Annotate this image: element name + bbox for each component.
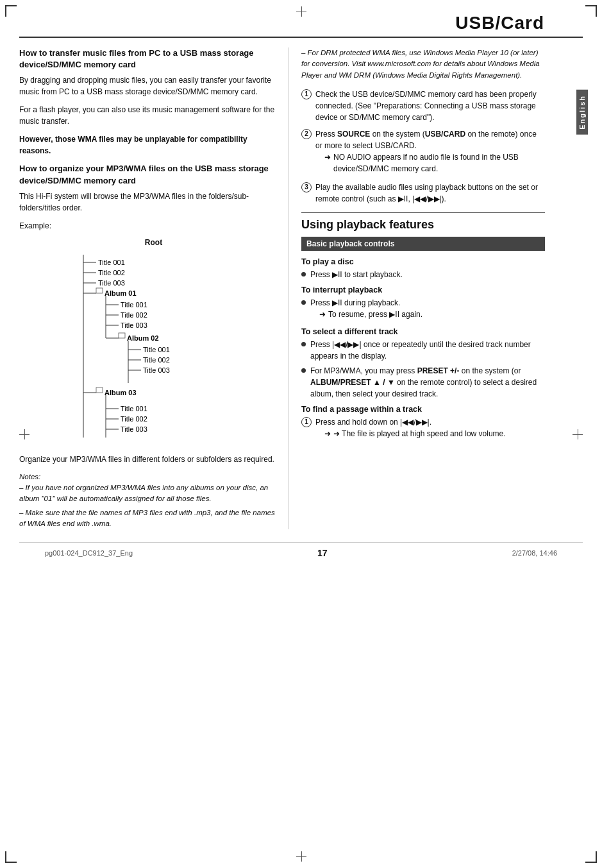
tree-diagram: Root Title 001 Title 002 Title 003 Album…: [32, 238, 275, 447]
svg-rect-8: [96, 288, 103, 293]
step-3-num: 3: [301, 182, 312, 192]
crosshair-mid-left: [19, 429, 29, 439]
interrupt-arrow-text: To resume, press ▶II again.: [328, 309, 422, 320]
find-passage-num: 1: [301, 417, 312, 427]
drm-note: – For DRM protected WMA files, use Windo…: [301, 47, 545, 81]
main-content: How to transfer music files from PC to a…: [19, 38, 583, 529]
section-transfer-body3: However, those WMA files may be unplayab…: [19, 133, 275, 157]
interrupt-text: Press ▶II during playback.: [310, 298, 400, 307]
section-organize-heading: How to organize your MP3/WMA files on th…: [19, 163, 275, 186]
interrupt-content: Press ▶II during playback. ➜ To resume, …: [310, 297, 422, 322]
left-column: How to transfer music files from PC to a…: [19, 47, 288, 529]
corner-mark-tl: [5, 5, 17, 17]
right-column: – For DRM protected WMA files, use Windo…: [288, 47, 577, 529]
steps-list: 1 Check the USB device/SD/MMC memory car…: [301, 89, 545, 205]
section-transfer: How to transfer music files from PC to a…: [19, 47, 275, 157]
different-track-section: To select a different track Press |◀◀/▶▶…: [301, 327, 545, 400]
step-2-content: Press SOURCE on the system (USB/CARD on …: [315, 128, 545, 176]
bullet-dot-3: [301, 342, 306, 346]
page-header: USB/Card: [19, 0, 583, 38]
bullet-dot: [301, 272, 306, 277]
svg-text:Title 003: Title 003: [143, 366, 170, 374]
interrupt-bullet: Press ▶II during playback. ➜ To resume, …: [301, 297, 545, 322]
controls-bar: Basic playback controls: [301, 237, 545, 251]
svg-text:Title 001: Title 001: [143, 346, 170, 353]
note-item-2: – Make sure that the file names of MP3 f…: [19, 507, 275, 530]
track-text-2: For MP3/WMA, you may press PRESET +/- on…: [310, 365, 545, 400]
step-2-arrow-text: NO AUDIO appears if no audio file is fou…: [333, 151, 545, 174]
play-disc-section: To play a disc Press ▶II to start playba…: [301, 257, 545, 280]
track-bullet-2: For MP3/WMA, you may press PRESET +/- on…: [301, 365, 545, 400]
find-passage-content: Press and hold down on |◀◀/▶▶|. ➜ ➜ The …: [315, 416, 506, 441]
playback-main-heading: Using playback features: [301, 218, 545, 232]
play-disc-heading: To play a disc: [301, 257, 545, 266]
crosshair-top: [296, 6, 306, 17]
interrupt-heading: To interrupt playback: [301, 285, 545, 294]
sidebar-language-label: English: [576, 90, 588, 135]
tree-svg: Title 001 Title 002 Title 003 Album 01 T…: [45, 248, 263, 447]
page-title: USB/Card: [455, 13, 544, 33]
step-3-text: Play the available audio files using pla…: [315, 182, 545, 205]
svg-text:Title 003: Title 003: [121, 425, 147, 433]
organize-text: Organize your MP3/WMA files in different…: [19, 454, 275, 465]
step-1: 1 Check the USB device/SD/MMC memory car…: [301, 89, 545, 123]
svg-rect-28: [96, 387, 103, 393]
svg-text:Title 003: Title 003: [121, 321, 147, 329]
step-2-num: 2: [301, 129, 312, 139]
step-1-num: 1: [301, 89, 312, 99]
section-organize-body1: This Hi-Fi system will browse the MP3/WM…: [19, 191, 275, 214]
playback-section: Using playback features Basic playback c…: [301, 218, 545, 441]
find-passage-heading: To find a passage within a track: [301, 405, 545, 414]
notes-heading: Notes:: [19, 472, 275, 482]
find-passage-section: To find a passage within a track 1 Press…: [301, 405, 545, 441]
play-disc-bullet: Press ▶II to start playback.: [301, 269, 545, 280]
corner-mark-br: [585, 851, 597, 863]
svg-rect-18: [119, 333, 125, 338]
svg-text:Title 002: Title 002: [121, 311, 147, 319]
find-passage-text: Press and hold down on |◀◀/▶▶|.: [315, 418, 431, 427]
step-2-wrap: 2 Press SOURCE on the system (USB/CARD o…: [301, 128, 545, 176]
corner-mark-bl: [5, 851, 17, 863]
step-2-text: Press SOURCE on the system (USB/CARD on …: [315, 130, 537, 150]
play-disc-text: Press ▶II to start playback.: [310, 269, 403, 280]
track-bullet-1: Press |◀◀/▶▶| once or repeatedly until t…: [301, 339, 545, 362]
find-passage-arrow: ➜ ➜ The file is played at high speed and…: [324, 428, 506, 439]
interrupt-section: To interrupt playback Press ▶II during p…: [301, 285, 545, 322]
svg-text:Title 001: Title 001: [98, 259, 125, 266]
svg-text:Title 002: Title 002: [121, 415, 147, 423]
svg-text:Title 002: Title 002: [98, 269, 125, 277]
step-2-arrow: ➜ NO AUDIO appears if no audio file is f…: [324, 151, 545, 174]
svg-text:Title 001: Title 001: [121, 301, 147, 309]
crosshair-mid-right: [573, 429, 583, 439]
svg-text:Title 001: Title 001: [121, 405, 147, 413]
interrupt-arrow: ➜ To resume, press ▶II again.: [319, 309, 422, 320]
svg-text:Title 003: Title 003: [98, 279, 125, 287]
footer-left: pg001-024_DC912_37_Eng: [45, 549, 133, 557]
bullet-dot-2: [301, 300, 306, 305]
find-passage-item: 1 Press and hold down on |◀◀/▶▶|. ➜ ➜ Th…: [301, 416, 545, 441]
footer-right: 2/27/08, 14:46: [512, 549, 557, 557]
section-organize-example: Example:: [19, 220, 275, 232]
section-transfer-body1: By dragging and dropping music files, yo…: [19, 74, 275, 98]
section-organize: How to organize your MP3/WMA files on th…: [19, 163, 275, 231]
section-transfer-heading: How to transfer music files from PC to a…: [19, 47, 275, 71]
note-item-1: – If you have not organized MP3/WMA file…: [19, 482, 275, 505]
track-text-1: Press |◀◀/▶▶| once or repeatedly until t…: [310, 339, 545, 362]
different-track-heading: To select a different track: [301, 327, 545, 336]
bullet-dot-4: [301, 368, 306, 373]
svg-text:Album 01: Album 01: [105, 289, 137, 297]
section-transfer-body2: For a flash player, you can also use its…: [19, 104, 275, 127]
find-passage-arrow-text: ➜ The file is played at high speed and l…: [333, 428, 506, 439]
page-number: 17: [317, 548, 328, 558]
svg-text:Title 002: Title 002: [143, 356, 170, 364]
corner-mark-tr: [585, 5, 597, 17]
step-3: 3 Play the available audio files using p…: [301, 182, 545, 205]
section-divider: [301, 212, 545, 213]
tree-root: Root: [32, 238, 275, 247]
svg-text:Album 03: Album 03: [105, 389, 137, 396]
page-footer: pg001-024_DC912_37_Eng 17 2/27/08, 14:46: [19, 542, 583, 563]
svg-text:Album 02: Album 02: [127, 334, 159, 342]
notes-section: Notes: – If you have not organized MP3/W…: [19, 472, 275, 529]
step-1-text: Check the USB device/SD/MMC memory card …: [315, 89, 545, 123]
crosshair-bottom: [296, 851, 306, 862]
